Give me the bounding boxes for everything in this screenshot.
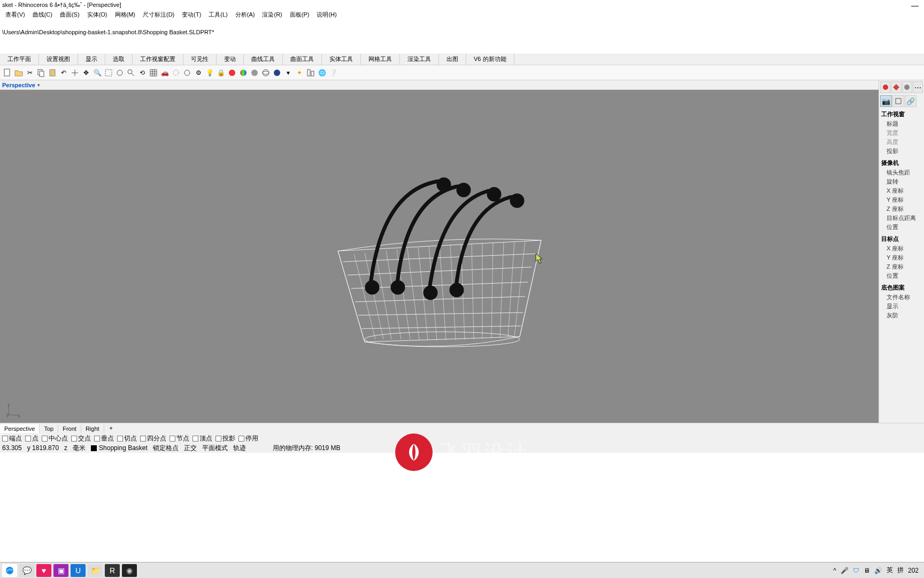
zoom-window-icon[interactable]	[103, 67, 114, 78]
menu-dim[interactable]: 尺寸标注(D)	[140, 11, 178, 19]
viewport-title-bar[interactable]: Perspective ▾	[0, 80, 879, 90]
tab-surfacetools[interactable]: 曲面工具	[283, 54, 322, 65]
grey-sphere-icon[interactable]	[249, 67, 260, 78]
minimize-icon[interactable]: —	[911, 1, 919, 10]
tray-mic-icon[interactable]: 🎤	[841, 567, 849, 574]
zoom-icon[interactable]: 🔍	[92, 67, 103, 78]
menu-view[interactable]: 查看(V)	[2, 11, 28, 19]
show-icon[interactable]	[182, 67, 192, 78]
layer-indicator[interactable]: Shopping Basket	[91, 444, 148, 452]
undo-icon[interactable]: ↶	[58, 67, 69, 78]
tray-monitor-icon[interactable]: 🖥	[864, 567, 870, 574]
frame-tab-icon[interactable]	[892, 95, 904, 107]
snap-quad[interactable]: 四分点	[140, 434, 166, 443]
checkbox-icon[interactable]	[25, 436, 31, 442]
vtab-front[interactable]: Front	[58, 424, 81, 433]
menu-analyze[interactable]: 分析(A)	[232, 11, 258, 19]
tab-meshtools[interactable]: 网格工具	[361, 54, 400, 65]
ortho[interactable]: 正交	[184, 444, 197, 453]
command-area[interactable]	[0, 39, 924, 54]
align-icon[interactable]	[305, 67, 316, 78]
tab-cplane[interactable]: 工作平面	[0, 54, 39, 65]
menu-tools[interactable]: 工具(L)	[205, 11, 230, 19]
tab-vpconfig[interactable]: 工作视窗配置	[133, 54, 183, 65]
prop-proj[interactable]: 投影	[881, 147, 922, 156]
prop-cam-x[interactable]: X 座标	[881, 186, 922, 195]
checkbox-icon[interactable]	[170, 436, 175, 442]
menu-help[interactable]: 说明(H)	[313, 11, 340, 19]
viewport-menu-arrow-icon[interactable]: ▾	[37, 82, 40, 88]
prop-gray[interactable]: 灰阶	[881, 311, 922, 320]
planar[interactable]: 平面模式	[202, 444, 228, 453]
checkbox-icon[interactable]	[2, 436, 8, 442]
tab-transform[interactable]: 变动	[217, 54, 244, 65]
car-icon[interactable]: 🚗	[159, 67, 170, 78]
menu-curve[interactable]: 曲线(C)	[29, 11, 56, 19]
zoom-sel-icon[interactable]	[126, 67, 136, 78]
snap-center[interactable]: 中心点	[42, 434, 68, 443]
prop-tgt-pos[interactable]: 位置	[881, 271, 922, 280]
prop-cam-pos[interactable]: 位置	[881, 223, 922, 232]
prop-filename[interactable]: 文件名称	[881, 293, 922, 302]
gridsnap[interactable]: 锁定格点	[153, 444, 179, 453]
link-tab-icon[interactable]: 🔗	[905, 95, 917, 107]
checkbox-icon[interactable]	[140, 436, 146, 442]
light-icon[interactable]: 💡	[204, 67, 215, 78]
tab-select[interactable]: 选取	[105, 54, 133, 65]
checkbox-icon[interactable]	[94, 436, 100, 442]
red-dot-icon[interactable]	[880, 81, 890, 93]
paste-icon[interactable]	[47, 67, 58, 78]
pan-icon[interactable]	[70, 67, 80, 78]
checkbox-icon[interactable]	[238, 436, 244, 442]
smarttrack[interactable]: 轨迹	[233, 444, 246, 453]
obs-icon[interactable]: ◉	[122, 564, 137, 577]
more-tab-icon[interactable]: ⋯	[913, 81, 923, 93]
checkbox-icon[interactable]	[192, 436, 198, 442]
vtab-add-icon[interactable]: ✦	[104, 424, 118, 433]
checkbox-icon[interactable]	[117, 436, 123, 442]
tray-ime-lang[interactable]: 英	[887, 566, 893, 575]
tab-display[interactable]: 显示	[78, 54, 105, 65]
red-sphere-icon[interactable]	[227, 67, 237, 78]
dropdown-icon[interactable]: ▾	[283, 67, 294, 78]
snap-int[interactable]: 交点	[71, 434, 91, 443]
wechat-icon[interactable]: 💬	[19, 564, 34, 577]
camera-tab-icon[interactable]: 📷	[880, 95, 892, 107]
tab-drafting[interactable]: 出图	[439, 54, 466, 65]
pink-app-icon[interactable]: ♥	[36, 564, 51, 577]
grid-icon[interactable]	[148, 67, 159, 78]
copy-icon[interactable]	[36, 67, 47, 78]
snap-end[interactable]: 端点	[2, 434, 22, 443]
prop-title[interactable]: 标题	[881, 119, 922, 128]
shopping-basket-model[interactable]	[306, 155, 573, 358]
prop-cam-y[interactable]: Y 座标	[881, 195, 922, 204]
checkbox-icon[interactable]	[71, 436, 77, 442]
checkbox-icon[interactable]	[215, 436, 221, 442]
open-icon[interactable]	[13, 67, 24, 78]
menu-panel[interactable]: 面板(P)	[287, 11, 313, 19]
new-icon[interactable]	[2, 67, 13, 78]
lock-icon[interactable]: 🔒	[215, 67, 226, 78]
tab-solidtools[interactable]: 实体工具	[322, 54, 361, 65]
prop-focal[interactable]: 镜头焦距	[881, 168, 922, 177]
move-icon[interactable]: ✥	[81, 67, 91, 78]
vtab-top[interactable]: Top	[40, 424, 58, 433]
tab-visibility[interactable]: 可见性	[183, 54, 217, 65]
tray-up-icon[interactable]: ^	[833, 567, 836, 574]
cut-icon[interactable]: ✂	[25, 67, 35, 78]
snap-knot[interactable]: 节点	[170, 434, 189, 443]
prop-tgt-z[interactable]: Z 座标	[881, 262, 922, 271]
wire-sphere-icon[interactable]	[260, 67, 271, 78]
hide-icon[interactable]	[171, 67, 181, 78]
purple-app-icon[interactable]: ▣	[53, 564, 68, 577]
prop-show[interactable]: 显示	[881, 302, 922, 311]
tray-ime-mode[interactable]: 拼	[897, 566, 904, 575]
prop-tgt-x[interactable]: X 座标	[881, 244, 922, 253]
diamond-icon[interactable]	[891, 81, 901, 93]
globe-icon[interactable]: 🌐	[317, 67, 327, 78]
menu-mesh[interactable]: 网格(M)	[112, 11, 139, 19]
tab-rendertools[interactable]: 渲染工具	[400, 54, 439, 65]
snap-point[interactable]: 点	[25, 434, 38, 443]
zoom-ext-icon[interactable]	[114, 67, 125, 78]
tab-setview[interactable]: 设置视图	[39, 54, 78, 65]
